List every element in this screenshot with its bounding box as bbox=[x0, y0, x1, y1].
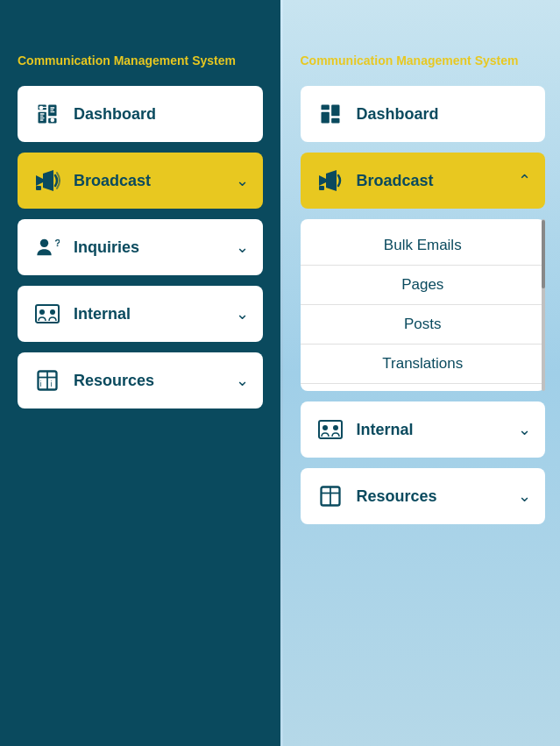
svg-marker-8 bbox=[43, 170, 53, 191]
broadcast-chevron-up-right: ⌃ bbox=[518, 171, 531, 190]
sidebar-item-inquiries-left[interactable]: ? Inquiries ⌄ bbox=[18, 219, 263, 275]
resources-chevron-left: ⌄ bbox=[236, 371, 249, 390]
internal-chevron-right: ⌄ bbox=[518, 420, 531, 439]
svg-rect-9 bbox=[36, 186, 41, 190]
sidebar-item-internal-right-label: Internal bbox=[357, 421, 508, 439]
inquiries-icon: ? bbox=[32, 231, 63, 263]
sidebar-item-internal-left[interactable]: Internal ⌄ bbox=[18, 286, 263, 342]
svg-point-10 bbox=[40, 239, 48, 247]
sidebar-item-dashboard-left-label: Dashboard bbox=[74, 105, 249, 124]
svg-marker-24 bbox=[319, 175, 326, 186]
resources-chevron-right: ⌄ bbox=[518, 487, 531, 506]
svg-marker-7 bbox=[36, 175, 43, 186]
broadcast-icon-right bbox=[315, 165, 346, 196]
right-title: Communication Management System bbox=[301, 53, 546, 68]
resources-icon-left: i i bbox=[32, 365, 63, 396]
resources-icon-right bbox=[315, 480, 346, 512]
left-panel: Communication Management System Dashboar… bbox=[0, 0, 280, 746]
svg-rect-20 bbox=[321, 105, 329, 110]
svg-point-28 bbox=[323, 425, 328, 430]
submenu-scrollbar bbox=[542, 219, 545, 391]
broadcast-submenu: Bulk Emails Pages Posts Translations bbox=[301, 219, 546, 391]
svg-rect-22 bbox=[331, 105, 339, 117]
sidebar-item-broadcast-left-label: Broadcast bbox=[74, 172, 225, 190]
svg-rect-12 bbox=[36, 305, 59, 323]
sidebar-item-broadcast-right[interactable]: Broadcast ⌃ bbox=[301, 153, 546, 209]
sidebar-item-internal-left-label: Internal bbox=[74, 305, 225, 323]
right-nav: Communication Management System Dashboar… bbox=[283, 0, 561, 746]
svg-text:i: i bbox=[51, 380, 53, 388]
svg-point-13 bbox=[39, 309, 45, 315]
svg-point-14 bbox=[50, 309, 55, 315]
submenu-item-translations[interactable]: Translations bbox=[301, 345, 546, 384]
sidebar-item-broadcast-right-label: Broadcast bbox=[357, 172, 508, 190]
svg-rect-21 bbox=[321, 112, 329, 124]
right-panel: Communication Management System Dashboar… bbox=[283, 0, 561, 746]
svg-marker-25 bbox=[326, 170, 337, 191]
sidebar-item-dashboard-left[interactable]: Dashboard bbox=[18, 86, 263, 142]
svg-rect-26 bbox=[319, 186, 324, 190]
sidebar-item-inquiries-left-label: Inquiries bbox=[74, 238, 225, 257]
left-nav: Communication Management System Dashboar… bbox=[0, 0, 280, 746]
svg-point-6 bbox=[51, 118, 55, 123]
svg-text:?: ? bbox=[54, 237, 60, 248]
internal-icon-left bbox=[32, 298, 63, 330]
svg-rect-5 bbox=[39, 107, 47, 108]
sidebar-item-resources-left-label: Resources bbox=[74, 372, 225, 390]
broadcast-chevron-down-left: ⌄ bbox=[236, 171, 249, 190]
sidebar-item-dashboard-right-label: Dashboard bbox=[357, 105, 532, 124]
sidebar-item-resources-right[interactable]: Resources ⌄ bbox=[301, 468, 546, 524]
sidebar-item-internal-right[interactable]: Internal ⌄ bbox=[301, 401, 546, 458]
inquiries-chevron-left: ⌄ bbox=[236, 238, 249, 257]
sidebar-item-dashboard-right[interactable]: Dashboard bbox=[301, 86, 546, 142]
svg-text:i: i bbox=[40, 380, 42, 388]
internal-icon-right bbox=[315, 414, 346, 445]
dashboard-icon-right bbox=[315, 98, 346, 130]
left-title: Communication Management System bbox=[18, 53, 263, 68]
internal-chevron-left: ⌄ bbox=[236, 304, 249, 323]
submenu-item-pages[interactable]: Pages bbox=[301, 266, 546, 305]
submenu-item-bulk-emails[interactable]: Bulk Emails bbox=[301, 226, 546, 266]
sidebar-item-broadcast-left[interactable]: Broadcast ⌄ bbox=[18, 153, 263, 209]
dashboard-icon bbox=[32, 98, 63, 130]
svg-rect-23 bbox=[331, 118, 339, 124]
svg-rect-27 bbox=[319, 421, 342, 438]
sidebar-item-resources-right-label: Resources bbox=[357, 487, 508, 506]
svg-point-29 bbox=[333, 425, 338, 430]
broadcast-icon-left bbox=[32, 165, 63, 196]
submenu-scrollbar-thumb bbox=[542, 220, 545, 288]
submenu-item-posts[interactable]: Posts bbox=[301, 305, 546, 345]
sidebar-item-resources-left[interactable]: i i Resources ⌄ bbox=[18, 352, 263, 409]
